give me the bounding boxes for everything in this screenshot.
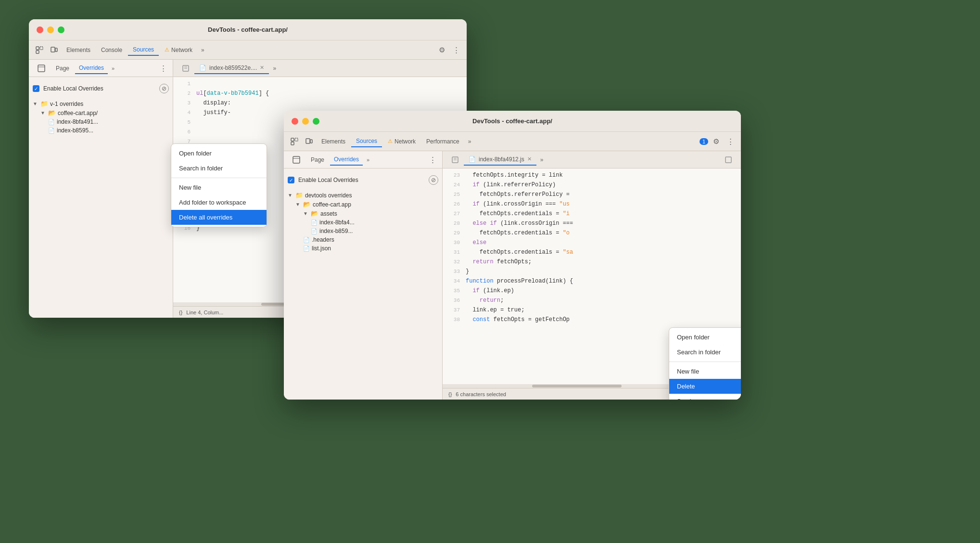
tree-arrow-root-2: ▼ (288, 193, 293, 198)
tab-performance-2[interactable]: Performance (421, 136, 464, 147)
device-icon-2[interactable] (302, 135, 316, 148)
ctx-services-2[interactable]: Services › (669, 394, 741, 400)
sidebar-tab-page-1[interactable]: Page (52, 63, 73, 74)
ctx-search-folder-2[interactable]: Search in folder (669, 345, 741, 360)
ctx-new-file-1[interactable]: New file (171, 180, 267, 195)
svg-rect-1 (36, 51, 39, 53)
sidebar-icon-btn-1[interactable] (33, 62, 50, 75)
minimize-button-2[interactable] (302, 118, 309, 125)
enable-overrides-checkbox-1[interactable]: ✓ (33, 85, 39, 92)
sidebar-tab-overrides-1[interactable]: Overrides (75, 63, 108, 74)
tree-folder-coffee-1[interactable]: ▼ 📂 coffee-cart.app/ (33, 108, 169, 117)
tree-folder-coffee-2[interactable]: ▼ 📂 coffee-cart.app (288, 200, 438, 209)
editor-collapse-icon-2[interactable] (720, 153, 737, 167)
ctx-open-folder-2[interactable]: Open folder (669, 330, 741, 345)
minimize-button-1[interactable] (47, 26, 54, 33)
sidebar-tab-overrides-2[interactable]: Overrides (330, 154, 363, 166)
tree-folder-assets-2[interactable]: ▼ 📂 assets (288, 209, 438, 218)
braces-icon-1: {} (179, 310, 182, 315)
more-options-icon-1[interactable]: ⋮ (449, 43, 463, 57)
ctx-divider-1 (171, 178, 267, 178)
code-line-31: 31 fetchOpts.credentials = "sa (443, 247, 741, 257)
sidebar-tab-more-1[interactable]: » (110, 65, 116, 72)
enable-overrides-label-2: Enable Local Overrides (298, 177, 425, 183)
editor-tab-more-2[interactable]: » (540, 156, 544, 163)
code-line-33: 33} (443, 267, 741, 276)
sidebar-menu-icon-2[interactable]: ⋮ (427, 155, 438, 165)
tree-label-list-2: list.json (312, 245, 331, 252)
svg-rect-12 (295, 138, 298, 141)
fullscreen-button-2[interactable] (313, 118, 319, 125)
sidebar-1: Page Overrides » ⋮ ✓ Enable Local Overri… (29, 60, 173, 318)
device-icon[interactable] (47, 43, 61, 57)
tab-elements-2[interactable]: Elements (317, 136, 350, 147)
settings-icon-1[interactable]: ⚙ (435, 43, 448, 57)
tab-elements-1[interactable]: Elements (62, 45, 95, 55)
fullscreen-button-1[interactable] (58, 26, 64, 33)
tab-sources-1[interactable]: Sources (128, 44, 159, 56)
editor-tab-more-1[interactable]: » (273, 65, 276, 72)
warning-icon-1: ⚠ (165, 47, 169, 53)
close-button-2[interactable] (292, 118, 298, 125)
ctx-new-file-2[interactable]: New file (669, 364, 741, 379)
tree-file-indexb-2[interactable]: 📄 index-b859... (288, 227, 438, 235)
tab-more-1[interactable]: » (198, 45, 207, 55)
tab-network-1[interactable]: ⚠ Network (160, 45, 197, 55)
ctx-delete-2[interactable]: Delete (669, 379, 741, 394)
status-text-2: 6 characters selected (456, 391, 506, 397)
clear-overrides-icon-2[interactable]: ⊘ (429, 175, 438, 185)
tree-label-index8-1: index-8bfa491... (57, 118, 98, 125)
sidebar-2: Page Overrides » ⋮ ✓ Enable Local Overri… (284, 151, 443, 400)
tree-label-coffee-2: coffee-cart.app (313, 201, 351, 208)
tab-console-1[interactable]: Console (96, 45, 127, 55)
editor-tabs-2: 📄 index-8bfa4912.js ✕ » (443, 151, 741, 168)
file-icon-indexb-2: 📄 (311, 228, 318, 234)
sidebar-tab-page-2[interactable]: Page (307, 155, 328, 165)
editor-tab-active-2[interactable]: 📄 index-8bfa4912.js ✕ (464, 154, 536, 166)
editor-sidebar-icon-2[interactable] (446, 153, 464, 167)
more-options-icon-2[interactable]: ⋮ (724, 135, 737, 148)
svg-rect-20 (725, 157, 731, 163)
ctx-add-folder-1[interactable]: Add folder to workspace (171, 195, 267, 210)
clear-overrides-icon-1[interactable]: ⊘ (159, 84, 169, 93)
close-button-1[interactable] (37, 26, 43, 33)
enable-overrides-checkbox-2[interactable]: ✓ (288, 177, 294, 183)
tab-network-2[interactable]: ⚠ Network (383, 136, 420, 147)
editor-tab-icon-1: 📄 (199, 65, 206, 71)
traffic-lights-1 (37, 26, 64, 33)
window-title-2: DevTools - coffee-cart.app/ (472, 117, 552, 125)
settings-icon-2[interactable]: ⚙ (709, 135, 723, 148)
sidebar-tab-more-2[interactable]: » (365, 156, 371, 164)
svg-rect-5 (38, 65, 45, 72)
editor-tab-close-2[interactable]: ✕ (527, 156, 532, 162)
ctx-delete-overrides-1[interactable]: Delete all overrides (171, 210, 267, 225)
enable-overrides-label-1: Enable Local Overrides (43, 85, 155, 92)
tree-file-list-2[interactable]: 📄 list.json (288, 244, 438, 253)
tree-label-indexb-1: index-b8595... (57, 127, 93, 134)
folder-icon-coffee-1: 📂 (48, 109, 56, 116)
inspector-icon-2[interactable] (288, 135, 301, 148)
editor-tabs-1: 📄 index-b859522e.... ✕ » (173, 60, 467, 77)
sidebar-icon-btn-2[interactable] (288, 153, 305, 167)
titlebar-1: DevTools - coffee-cart.app/ (29, 19, 467, 40)
traffic-lights-2 (292, 118, 319, 125)
editor-tab-active-1[interactable]: 📄 index-b859522e.... ✕ (194, 63, 269, 74)
tab-more-2[interactable]: » (465, 136, 474, 147)
svg-rect-10 (291, 138, 294, 141)
tree-file-indexb-1[interactable]: 📄 index-b8595... (33, 126, 169, 135)
tab-sources-2[interactable]: Sources (351, 136, 382, 147)
folder-icon-coffee-2: 📂 (303, 201, 311, 208)
tree-file-index8-1[interactable]: 📄 index-8bfa491... (33, 117, 169, 126)
tree-file-index8-2[interactable]: 📄 index-8bfa4... (288, 218, 438, 227)
code-line-26: 26 if (link.crossOrigin === "us (443, 199, 741, 209)
ctx-search-folder-1[interactable]: Search in folder (171, 161, 267, 176)
tree-label-index8-2: index-8bfa4... (319, 219, 355, 226)
tree-file-headers-2[interactable]: 📄 .headers (288, 235, 438, 244)
inspector-icon[interactable] (33, 43, 46, 57)
editor-sidebar-icon-1[interactable] (177, 62, 194, 75)
svg-rect-11 (291, 142, 294, 145)
tree-root-2: ▼ 📁 devtools overrides (288, 191, 438, 200)
ctx-open-folder-1[interactable]: Open folder (171, 146, 267, 161)
sidebar-menu-icon-1[interactable]: ⋮ (158, 63, 169, 74)
editor-tab-close-1[interactable]: ✕ (260, 65, 264, 71)
